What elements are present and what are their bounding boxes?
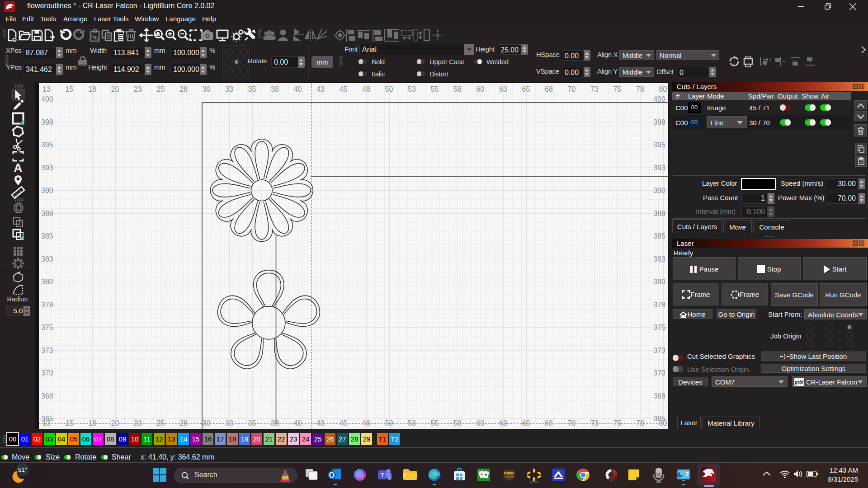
- svg-text:383: 383: [653, 255, 665, 263]
- svg-text:53: 53: [408, 85, 416, 93]
- svg-text:393: 393: [41, 164, 53, 172]
- svg-text:75: 75: [613, 419, 622, 427]
- svg-text:393: 393: [653, 164, 665, 172]
- svg-text:53: 53: [408, 419, 416, 427]
- svg-text:80: 80: [659, 85, 667, 93]
- svg-text:370: 370: [41, 369, 53, 377]
- svg-text:73: 73: [590, 85, 599, 93]
- svg-text:50: 50: [385, 85, 393, 93]
- svg-text:5.0: 5.0: [14, 307, 23, 314]
- svg-text:385: 385: [653, 232, 665, 240]
- svg-text:25: 25: [157, 85, 165, 93]
- svg-text:373: 373: [653, 347, 665, 354]
- svg-text:395: 395: [41, 141, 53, 149]
- svg-text:75: 75: [613, 85, 622, 93]
- svg-text:373: 373: [41, 347, 53, 354]
- svg-text:388: 388: [41, 210, 53, 217]
- svg-text:380: 380: [41, 278, 53, 286]
- svg-text:28: 28: [179, 85, 188, 93]
- svg-text:370: 370: [653, 369, 665, 377]
- svg-text:368: 368: [41, 392, 53, 400]
- svg-text:65: 65: [522, 85, 530, 93]
- svg-text:385: 385: [41, 232, 53, 240]
- svg-text:T: T: [381, 472, 384, 479]
- svg-text:38: 38: [271, 85, 279, 93]
- svg-text:398: 398: [653, 118, 665, 126]
- svg-text:Radius:: Radius:: [7, 296, 29, 303]
- svg-text:380: 380: [653, 278, 665, 286]
- svg-text:390: 390: [653, 187, 665, 194]
- svg-text:378: 378: [41, 301, 53, 309]
- svg-text:365: 365: [41, 415, 53, 422]
- svg-text:58: 58: [453, 85, 462, 93]
- svg-text:48: 48: [362, 85, 370, 93]
- svg-text:368: 368: [653, 392, 665, 400]
- svg-text:15: 15: [66, 85, 74, 93]
- svg-text:70: 70: [568, 85, 576, 93]
- svg-text:390: 390: [41, 187, 53, 194]
- svg-text:398: 398: [41, 118, 53, 126]
- svg-text:FORGE: FORGE: [504, 472, 514, 475]
- svg-text:378: 378: [653, 301, 665, 309]
- svg-text:63: 63: [499, 85, 507, 93]
- svg-text:OF EMPIRES: OF EMPIRES: [504, 476, 515, 478]
- svg-text:23: 23: [134, 85, 142, 93]
- svg-text:55: 55: [431, 85, 439, 93]
- svg-text:78: 78: [636, 85, 644, 93]
- svg-text:18: 18: [88, 85, 96, 93]
- svg-text:28: 28: [179, 419, 188, 427]
- svg-text:33: 33: [225, 85, 233, 93]
- svg-text:Walmart: Walmart: [530, 480, 538, 483]
- svg-text:375: 375: [41, 324, 53, 331]
- svg-text:40: 40: [294, 419, 302, 427]
- svg-text:400: 400: [653, 95, 665, 103]
- svg-text:50: 50: [385, 419, 393, 427]
- svg-text:35: 35: [248, 85, 256, 93]
- svg-text:60: 60: [476, 85, 485, 93]
- svg-text:30: 30: [203, 85, 211, 93]
- svg-text:18: 18: [88, 419, 96, 427]
- svg-text:A: A: [14, 161, 23, 174]
- svg-text:388: 388: [653, 210, 665, 217]
- svg-text:15: 15: [66, 419, 74, 427]
- svg-text:383: 383: [41, 255, 53, 263]
- svg-text:51°: 51°: [18, 466, 27, 473]
- svg-text:400: 400: [41, 95, 53, 103]
- svg-text:375: 375: [653, 324, 665, 331]
- svg-text:13: 13: [42, 85, 51, 93]
- svg-text:365: 365: [653, 415, 665, 422]
- svg-text:40: 40: [294, 85, 302, 93]
- svg-text:43: 43: [316, 85, 325, 93]
- svg-text:20: 20: [111, 85, 119, 93]
- svg-text:395: 395: [653, 141, 665, 149]
- svg-text:68: 68: [545, 85, 553, 93]
- svg-text:63: 63: [499, 419, 507, 427]
- svg-text:45: 45: [340, 85, 348, 93]
